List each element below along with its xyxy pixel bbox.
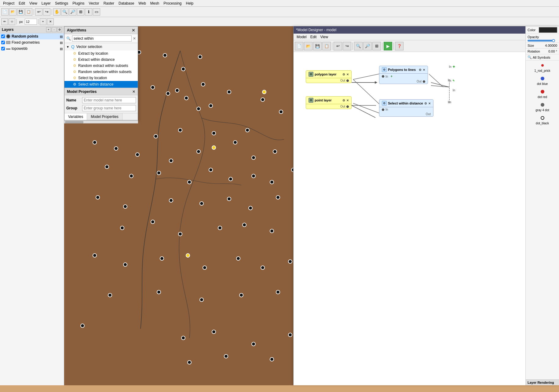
model-help-btn[interactable]: ❓ [395,42,404,50]
tab-model-properties[interactable]: Model Properties [87,113,122,120]
symbol-item-dot-red[interactable]: dot red [527,88,558,99]
snap-btn[interactable]: ⊹ [9,18,15,25]
menu-database[interactable]: Database [117,1,136,5]
identify-btn[interactable]: ℹ [85,8,92,16]
zoom-extent-btn[interactable]: ⊞ [77,8,84,16]
model-zoom-out-btn[interactable]: 🔎 [363,42,372,50]
menu-layer[interactable]: Layer [40,1,53,5]
model-zoom-in-btn[interactable]: 🔍 [354,42,363,50]
layers-remove-btn[interactable]: - [52,27,57,32]
select-within-in-port[interactable] [382,108,384,111]
add-vertex-btn[interactable]: + [40,18,46,25]
redo-btn[interactable]: ↪ [43,8,50,16]
menu-raster[interactable]: Raster [102,1,116,5]
model-redo-btn[interactable]: ↪ [343,42,351,50]
polygon-layer-node-settings-btn[interactable]: ⚙ [342,73,345,76]
scroll-bar[interactable] [64,120,138,123]
new-project-btn[interactable]: 📄 [1,8,9,16]
algo-item-extract-by-location[interactable]: ⚙ Extract by location [64,50,138,57]
model-undo-btn[interactable]: ↩ [334,42,342,50]
select-within-distance-settings-btn[interactable]: ⚙ [424,102,427,105]
tab-variables[interactable]: Variables [64,113,87,120]
add-in-port-btn[interactable]: + [453,64,455,69]
algo-item-extract-within-distance[interactable]: ⚙ Extract within distance [64,57,138,63]
model-open-btn[interactable]: 📂 [304,42,312,50]
point-layer-node-settings-btn[interactable]: ⚙ [342,99,345,102]
map-point [218,226,222,230]
menu-view[interactable]: View [27,1,39,5]
poly-to-lines-in-port[interactable] [382,75,384,78]
polygons-to-lines-settings-btn[interactable]: ⚙ [419,68,422,71]
algorithms-category[interactable]: ▼ Q Vector selection [64,43,138,50]
algo-item-random-extract[interactable]: ⚙ Random extract within subsets [64,63,138,69]
symbol-item-rod-prick[interactable]: 1_rod_prick [527,62,558,73]
menu-plugins[interactable]: Plugins [71,1,86,5]
model-properties-close-btn[interactable]: ✕ [132,90,135,94]
model-name-input[interactable] [82,97,136,103]
symbols-list: 1_rod_prick dot blue dot red [526,60,559,379]
all-symbols-label: All Symbols [533,56,550,59]
open-project-btn[interactable]: 📂 [9,8,16,16]
node-polygons-to-lines[interactable]: ⚙ Polygons to lines ⚙ ✕ In + Out [379,66,428,84]
menu-mesh[interactable]: Mesh [148,1,161,5]
model-menu-model[interactable]: Model [295,35,308,39]
algorithms-search-input[interactable] [72,35,132,42]
point-layer-out-port[interactable] [346,105,349,108]
model-run-btn[interactable]: ▶ [384,42,392,50]
layer-checkbox-fixed-geometries[interactable] [1,41,5,44]
menu-help[interactable]: Help [184,1,195,5]
menu-processing[interactable]: Processing [162,1,183,5]
polygon-layer-node-close-btn[interactable]: ✕ [346,73,349,76]
zoom-out-btn[interactable]: 🔎 [69,8,76,16]
symbol-item-dot-blue[interactable]: dot blue [527,75,558,86]
model-save-as-btn[interactable]: 📋 [322,42,331,50]
layer-item-fixed-geometries[interactable]: Fixed geometries ▤ [0,39,64,46]
model-save-btn[interactable]: 💾 [313,42,322,50]
point-layer-node-close-btn[interactable]: ✕ [346,99,349,102]
algo-item-select-within-distance[interactable]: ⚙ Select within distance [64,81,138,88]
layers-add-btn[interactable]: + [46,27,51,32]
polygons-to-lines-close-btn[interactable]: ✕ [423,68,425,71]
digitize-btn[interactable]: ✏ [1,18,8,25]
menu-web[interactable]: Web [137,1,148,5]
zoom-in-btn[interactable]: 🔍 [61,8,68,16]
menu-vector[interactable]: Vector [87,1,101,5]
model-zoom-full-btn[interactable]: ⊞ [372,42,381,50]
node-polygon-layer[interactable]: ⚙ polygon layer ⚙ ✕ Out [306,70,352,83]
algo-item-random-selection[interactable]: ⚙ Random selection within subsets [64,69,138,75]
save-as-btn[interactable]: 📋 [25,8,32,16]
all-symbols-btn[interactable]: 🔍 All Symbols [526,54,559,60]
font-size-input[interactable] [25,19,37,25]
layer-item-topowebb[interactable]: topowebb ▤ [0,46,64,52]
algorithms-close-btn[interactable]: ✕ [132,28,135,33]
menu-edit[interactable]: Edit [17,1,27,5]
layers-settings-btn[interactable]: ⚙ [57,27,62,32]
layer-item-random-points[interactable]: Random points ▤ [0,33,64,39]
layer-checkbox-topowebb[interactable] [1,47,5,50]
layer-checkbox-random-points[interactable] [1,35,5,38]
opacity-slider[interactable] [528,40,555,42]
save-project-btn[interactable]: 💾 [17,8,24,16]
symbol-item-dot-black[interactable]: dot_black [527,114,558,126]
menu-project[interactable]: Project [1,1,16,5]
menu-settings[interactable]: Settings [53,1,70,5]
polygon-layer-out-port[interactable] [346,79,349,82]
model-group-input[interactable] [82,105,136,111]
node-point-layer[interactable]: ⚙ point layer ⚙ ✕ Out [306,96,352,109]
model-menu-view[interactable]: View [319,35,329,39]
color-swatch[interactable] [539,27,557,33]
node-select-within-distance[interactable]: ⚙ Select within distance ⚙ ✕ In Out [379,99,433,117]
search-clear-btn[interactable]: ✕ [133,36,136,41]
select-btn[interactable]: ▭ [93,8,100,16]
poly-to-lines-out-port[interactable] [423,80,425,83]
select-within-distance-close-btn[interactable]: ✕ [428,102,431,105]
map-point-selected [212,145,216,150]
poly-to-lines-plus[interactable]: + [390,74,393,79]
model-new-btn[interactable]: 📄 [295,42,303,50]
symbol-item-gray-4-dot[interactable]: gray 4 dot [527,101,558,112]
algo-item-select-by-location[interactable]: ⚙ Select by location [64,75,138,81]
pan-tool[interactable]: ✋ [53,8,60,16]
del-vertex-btn[interactable]: ✕ [47,18,54,25]
undo-btn[interactable]: ↩ [35,8,42,16]
model-menu-edit[interactable]: Edit [309,35,318,39]
